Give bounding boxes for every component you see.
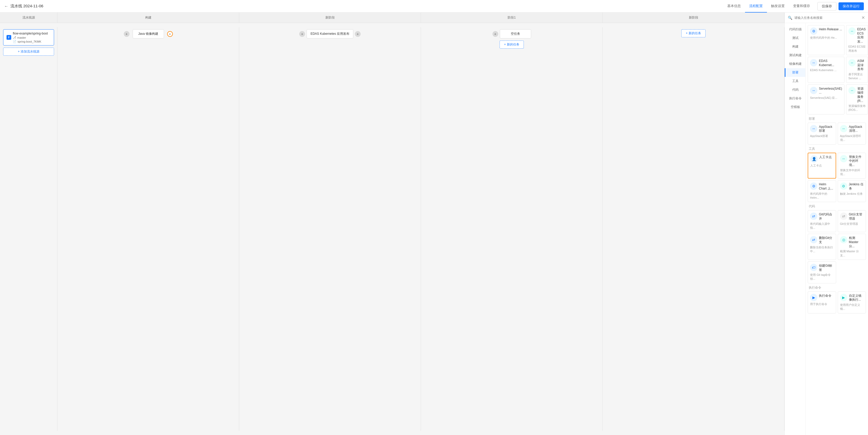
tool-card-header-edas-kubernetes: ↔EDAS Kubernet... xyxy=(810,59,842,67)
tool-card-header-check-master: ◎检测 Master 分... xyxy=(840,236,864,248)
sidebar-right-content: ⚙Helm Release ...使用代码库中的 He...↔EDAS ECS应… xyxy=(806,23,868,435)
tab-trigger[interactable]: 触发设置 xyxy=(767,0,789,12)
tool-card-helm-release[interactable]: ⚙Helm Release ...使用代码库中的 He... xyxy=(808,25,844,55)
sidebar-nav-template[interactable]: 空模板 xyxy=(785,103,805,111)
tool-name-appstack-clean: AppStack清理... xyxy=(849,125,864,133)
tool-card-edas-ecs[interactable]: ↔EDAS ECS应用发...EDAS ECS应用发布 xyxy=(846,25,868,55)
right-sidebar: 🔍 ✕ 代码扫描测试构建测试构建镜像构建部署工具代码执行命令空模板 ⚙Helm … xyxy=(784,12,868,435)
tool-card-manual-checkpoint[interactable]: 👤人工卡点人工卡点 xyxy=(808,153,836,179)
tool-icon-appstack-deploy: ↔ xyxy=(810,125,817,132)
tool-icon-asm-bluegreen: ↔ xyxy=(848,59,856,66)
tool-card-git-branch-mgr[interactable]: ⇄Git分支管理器Git分支管理器 xyxy=(838,210,866,232)
source-file: spring-boot_7KMK xyxy=(18,40,41,43)
tool-name-git-branch-mgr: Git分支管理器 xyxy=(849,212,864,221)
tab-vars[interactable]: 变量和缓存 xyxy=(789,0,814,12)
tool-desc-manual-checkpoint: 人工卡点 xyxy=(810,164,834,168)
tool-desc-asm-bluegreen: 基于阿里云Service ... xyxy=(848,72,866,81)
task-row-java-build: + Java 镜像构建 + xyxy=(62,29,235,38)
save-run-button[interactable]: 保存并运行 xyxy=(838,2,864,10)
tool-card-convert-file-env[interactable]: ↔替换文件中的环境...替换文件中的环境... xyxy=(838,153,866,179)
tool-card-header-helm-release: ⚙Helm Release ... xyxy=(810,27,842,35)
sidebar-nav-code-scan[interactable]: 代码扫描 xyxy=(785,25,805,34)
source-sub: ⎇ master xyxy=(13,36,48,39)
task-row-empty: + 空任务 xyxy=(425,29,598,38)
tool-card-resource-orchestration[interactable]: ↔资源编排服务(R...资源编排发布(ROS... xyxy=(846,84,868,115)
tool-desc-edas-kubernetes: EDAS Kubernetes ... xyxy=(810,68,842,72)
tool-name-helm-release: Helm Release ... xyxy=(819,27,842,32)
tool-name-helm-chart-upload: Helm Chart 上... xyxy=(819,182,834,191)
task-empty[interactable]: 空任务 xyxy=(500,29,531,38)
tool-icon-resource-orchestration: ↔ xyxy=(848,87,856,94)
tool-grid-执行命令: ▶执行命令用于执行命令▶自定义镜像执行...使用用户自定义镜... xyxy=(808,291,866,314)
add-task-button-stage1[interactable]: + 新的任务 xyxy=(500,40,524,49)
source-name: flow-example/spring-boot xyxy=(13,32,48,35)
tool-name-custom-mirror-exec: 自定义镜像执行... xyxy=(849,294,864,302)
search-input[interactable] xyxy=(794,16,859,20)
connector-left-empty[interactable]: + xyxy=(493,31,498,37)
tool-name-jenkins-task: Jenkins 任务 xyxy=(849,182,864,191)
pipeline-content: F flow-example/spring-boot ⎇ master 📄 sp… xyxy=(0,23,784,435)
task-java-build[interactable]: Java 镜像构建 xyxy=(133,29,164,38)
source-item[interactable]: F flow-example/spring-boot ⎇ master 📄 sp… xyxy=(3,29,54,46)
tool-icon-custom-mirror-exec: ▶ xyxy=(840,294,847,301)
tool-icon-helm-release: ⚙ xyxy=(810,27,817,35)
tool-grid-部署: ↔AppStack部署AppStack部署↔AppStack清理...AppSt… xyxy=(808,123,866,145)
tool-name-git-merge: Git代码合并 xyxy=(819,212,834,221)
tool-card-appstack-deploy[interactable]: ↔AppStack部署AppStack部署 xyxy=(808,123,836,145)
nav-tabs: 基本信息流程配置触发设置变量和缓存 xyxy=(723,0,814,12)
tool-card-asm-bluegreen[interactable]: ↔ASM 蓝绿发布基于阿里云Service ... xyxy=(846,57,868,83)
tool-card-delete-git-branch[interactable]: ⇄删除Git分支删除当前任务执行中... xyxy=(808,234,836,260)
stage-column-stage1: + 空任务 + 新的任务 xyxy=(421,27,603,431)
source-branch: master xyxy=(17,36,26,39)
tool-name-manual-checkpoint: 人工卡点 xyxy=(819,155,832,160)
tool-card-header-jenkins-task: ⚙Jenkins 任务 xyxy=(840,182,864,191)
sidebar-nav-image-build[interactable]: 镜像构建 xyxy=(785,60,805,68)
tool-card-header-create-git-tag: 🏷创建Git标签 xyxy=(810,264,834,272)
tool-card-edas-kubernetes[interactable]: ↔EDAS Kubernet...EDAS Kubernetes ... xyxy=(808,57,844,83)
tool-icon-create-git-tag: 🏷 xyxy=(810,264,817,271)
tool-card-check-master[interactable]: ◎检测 Master 分...检测 Master 分支... xyxy=(838,234,866,260)
tool-desc-exec-command: 用于执行命令 xyxy=(810,302,834,306)
tool-card-jenkins-task[interactable]: ⚙Jenkins 任务触发 Jenkins 任务 xyxy=(838,180,866,202)
tool-card-appstack-clean[interactable]: ↔AppStack清理...AppStack清理环境... xyxy=(838,123,866,145)
tool-card-serverless-sae[interactable]: ↔Serverless(SAE) ...Serverless(SAE) 应... xyxy=(808,84,844,115)
search-icon: 🔍 xyxy=(788,16,792,20)
section-title-工具: 工具 xyxy=(809,147,865,151)
tool-name-delete-git-branch: 删除Git分支 xyxy=(819,236,834,244)
add-source-button[interactable]: + 添加流水线源 xyxy=(3,48,54,56)
close-icon[interactable]: ✕ xyxy=(862,15,865,20)
tool-card-custom-mirror-exec[interactable]: ▶自定义镜像执行...使用用户自定义镜... xyxy=(838,291,866,314)
save-button[interactable]: 仅保存 xyxy=(817,2,836,10)
tool-card-header-git-branch-mgr: ⇄Git分支管理器 xyxy=(840,212,864,221)
tool-desc-check-master: 检测 Master 分支... xyxy=(840,250,864,258)
tool-card-git-merge[interactable]: ⇄Git代码合并将代码输入源中指... xyxy=(808,210,836,232)
tool-card-helm-chart-upload[interactable]: ⚙Helm Chart 上...将代码库中的 Helm... xyxy=(808,180,836,202)
sidebar-nav-build[interactable]: 构建 xyxy=(785,42,805,51)
task-edas-kubernetes[interactable]: EDAS Kubernetes 应用发布 xyxy=(307,29,353,38)
sidebar-nav-deploy[interactable]: 部署 xyxy=(785,68,805,77)
tool-desc-git-branch-mgr: Git分支管理器 xyxy=(840,222,864,226)
sidebar-nav-code[interactable]: 代码 xyxy=(785,86,805,94)
connector-right-edas[interactable]: + xyxy=(355,31,361,37)
tab-basic[interactable]: 基本信息 xyxy=(723,0,745,12)
section-title-部署: 部署 xyxy=(809,117,865,121)
file-icon: 📄 xyxy=(13,40,17,43)
tool-card-exec-command[interactable]: ▶执行命令用于执行命令 xyxy=(808,291,836,314)
back-button[interactable]: ← xyxy=(4,4,8,9)
sidebar-nav-tool[interactable]: 工具 xyxy=(785,77,805,86)
add-task-button-stage2[interactable]: + 新的任务 xyxy=(681,29,705,37)
connector-left-build[interactable]: + xyxy=(124,31,129,37)
connector-right-build[interactable]: + xyxy=(167,31,173,37)
connector-left-edas[interactable]: + xyxy=(299,31,305,37)
sidebar-nav-test[interactable]: 测试 xyxy=(785,34,805,42)
sidebar-nav-exec-cmd[interactable]: 执行命令 xyxy=(785,94,805,103)
tab-flow[interactable]: 流程配置 xyxy=(745,0,767,12)
sidebar-nav-test-build[interactable]: 测试构建 xyxy=(785,51,805,60)
tool-card-header-appstack-clean: ↔AppStack清理... xyxy=(840,125,864,133)
tool-name-create-git-tag: 创建Git标签 xyxy=(819,264,834,272)
tool-desc-appstack-clean: AppStack清理环境... xyxy=(840,134,864,142)
source-icon: F xyxy=(6,35,11,40)
tool-card-create-git-tag[interactable]: 🏷创建Git标签使用 Git tag命令创... xyxy=(808,261,836,283)
stage-header-build: 构建 xyxy=(57,12,239,23)
tool-card-header-appstack-deploy: ↔AppStack部署 xyxy=(810,125,834,133)
